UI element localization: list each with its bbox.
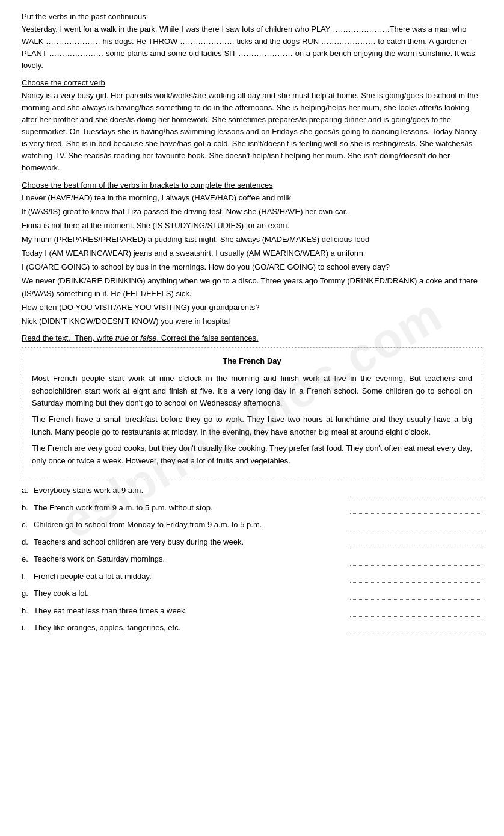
item-statement: They like oranges, apples, tangerines, e… <box>34 622 349 634</box>
reading-paragraphs: Most French people start work at nine o'… <box>32 373 472 468</box>
answer-line <box>350 622 482 634</box>
section-best-form: Choose the best form of the verbs in bra… <box>22 181 482 327</box>
item-letter: i. <box>22 622 34 634</box>
sentence-item: Nick (DIDN'T KNOW/DOESN'T KNOW) you were… <box>22 315 482 327</box>
answer-line <box>350 536 482 549</box>
section-correct-verb: Choose the correct verb Nancy is a very … <box>22 78 482 175</box>
sentence-item: It (WAS/IS) great to know that Liza pass… <box>22 206 482 218</box>
section-read-text: Read the text. Then, write true or false… <box>22 333 482 634</box>
item-statement: They cook a lot. <box>34 587 349 599</box>
true-false-item: h.They eat meat less than three times a … <box>22 605 482 618</box>
item-letter: c. <box>22 519 34 531</box>
true-false-item: g.They cook a lot. <box>22 587 482 600</box>
item-letter: d. <box>22 536 34 548</box>
item-letter: e. <box>22 553 34 565</box>
true-false-item: c.Children go to school from Monday to F… <box>22 519 482 531</box>
item-statement: The French work from 9 a.m. to 5 p.m. wi… <box>34 502 349 514</box>
item-letter: g. <box>22 587 34 599</box>
item-letter: h. <box>22 605 34 617</box>
sentence-item: I never (HAVE/HAD) tea in the morning, I… <box>22 192 482 204</box>
reading-box: The French Day Most French people start … <box>22 347 482 478</box>
true-false-item: a.Everybody starts work at 9 a.m. <box>22 485 482 497</box>
sentence-item: Today I (AM WEARING/WEAR) jeans and a sw… <box>22 247 482 259</box>
item-letter: b. <box>22 502 34 514</box>
answer-line <box>350 587 482 600</box>
section1-title: Put the verbs in the past continuous <box>22 12 482 21</box>
answer-line <box>350 502 482 515</box>
reading-paragraph: The French are very good cooks, but they… <box>32 442 472 468</box>
true-false-item: e.Teachers work on Saturday mornings. <box>22 553 482 566</box>
answer-line <box>350 553 482 566</box>
section3-title: Choose the best form of the verbs in bra… <box>22 181 482 190</box>
item-statement: French people eat a lot at midday. <box>34 571 349 583</box>
true-false-list: a.Everybody starts work at 9 a.m. b.The … <box>22 485 482 634</box>
item-statement: Everybody starts work at 9 a.m. <box>34 485 349 497</box>
item-statement: They eat meat less than three times a we… <box>34 605 349 617</box>
item-statement: Teachers work on Saturday mornings. <box>34 553 349 565</box>
section-past-continuous: Put the verbs in the past continuous Yes… <box>22 12 482 72</box>
sentence-item: We never (DRINK/ARE DRINKING) anything w… <box>22 275 482 299</box>
section2-body: Nancy is a very busy girl. Her parents w… <box>22 90 482 175</box>
answer-line <box>350 485 482 497</box>
answer-line <box>350 571 482 583</box>
item-statement: Children go to school from Monday to Fri… <box>34 519 349 531</box>
true-false-item: d.Teachers and school children are very … <box>22 536 482 549</box>
sentence-item: How often (DO YOU VISIT/ARE YOU VISITING… <box>22 302 482 314</box>
true-false-item: b.The French work from 9 a.m. to 5 p.m. … <box>22 502 482 515</box>
item-letter: a. <box>22 485 34 497</box>
reading-paragraph: The French have a small breakfast before… <box>32 413 472 439</box>
section2-title: Choose the correct verb <box>22 78 482 87</box>
true-false-item: i.They like oranges, apples, tangerines,… <box>22 622 482 634</box>
item-statement: Teachers and school children are very bu… <box>34 536 349 548</box>
section4-title: Read the text. Then, write true or false… <box>22 333 482 342</box>
answer-line <box>350 605 482 618</box>
section1-body: Yesterday, I went for a walk in the park… <box>22 23 482 72</box>
true-false-item: f.French people eat a lot at midday. <box>22 571 482 583</box>
reading-paragraph: Most French people start work at nine o'… <box>32 373 472 410</box>
sentence-item: Fiona is not here at the moment. She (IS… <box>22 220 482 232</box>
answer-line <box>350 519 482 531</box>
sentence-item: My mum (PREPARES/PREPARED) a pudding las… <box>22 234 482 246</box>
item-letter: f. <box>22 571 34 583</box>
section3-sentences: I never (HAVE/HAD) tea in the morning, I… <box>22 192 482 327</box>
reading-title: The French Day <box>32 355 472 368</box>
sentence-item: I (GO/ARE GOING) to school by bus in the… <box>22 261 482 273</box>
